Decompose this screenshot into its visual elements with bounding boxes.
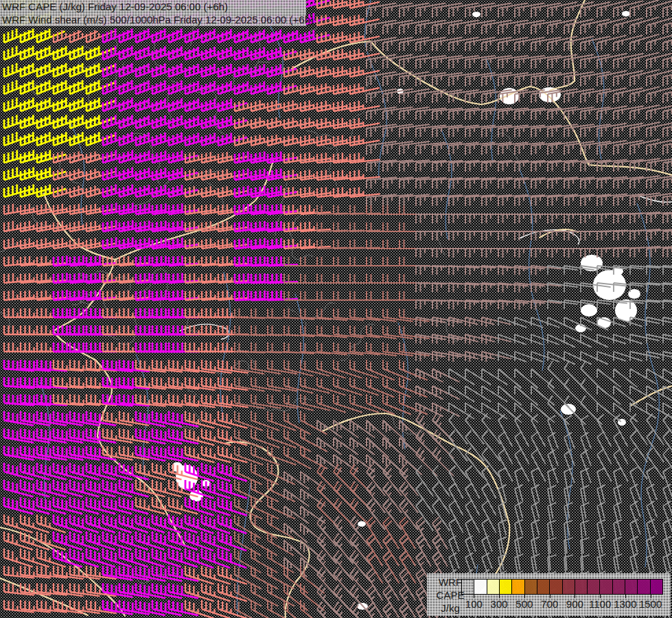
wind-barb — [317, 205, 347, 214]
wind-barb — [367, 394, 395, 415]
wind-barb — [399, 257, 430, 266]
wind-barb — [317, 360, 346, 378]
wind-barb — [317, 222, 347, 231]
wind-barb — [317, 291, 347, 300]
legend-color-cell — [512, 580, 524, 594]
wind-barb — [350, 170, 380, 180]
wind-barb — [531, 468, 540, 501]
wind-barb — [482, 536, 492, 569]
wind-barb — [597, 352, 626, 361]
wind-barb — [383, 240, 413, 249]
wind-barb — [301, 257, 331, 266]
contour-squiggle — [287, 306, 306, 326]
wind-barb — [515, 334, 543, 345]
wind-barb — [482, 369, 507, 385]
wind-barb — [515, 352, 543, 362]
legend-color-cell — [600, 580, 612, 594]
wind-barb — [301, 205, 331, 214]
wind-barb — [235, 428, 263, 448]
legend-color-cell — [651, 580, 662, 594]
weather-map-canvas — [0, 0, 672, 618]
wind-barb — [268, 325, 298, 336]
wind-barb — [399, 274, 430, 283]
wind-barb — [334, 205, 364, 214]
cape-legend: WRF CAPE J/kg 10030050070090011001300150… — [427, 573, 671, 616]
wind-barb — [383, 482, 402, 513]
wind-barb — [597, 334, 626, 344]
wind-barb — [383, 291, 413, 300]
wind-barb — [367, 257, 397, 266]
wind-barb — [350, 205, 380, 214]
wind-barb — [317, 257, 347, 266]
wind-barb — [449, 403, 474, 419]
legend-color-cell — [537, 580, 550, 594]
wind-barb — [334, 551, 353, 581]
wind-barb — [317, 516, 336, 547]
wind-barb — [301, 222, 331, 231]
legend-color-cell — [487, 580, 500, 594]
wind-barb — [350, 187, 380, 197]
legend-color-cell — [462, 580, 474, 594]
wind-barb — [482, 334, 511, 345]
legend-color-cell — [474, 580, 487, 594]
wind-barb — [284, 291, 314, 300]
wind-barb — [548, 433, 558, 466]
contour-squiggle — [290, 214, 313, 260]
wind-barb — [498, 448, 513, 481]
wind-barb — [235, 446, 263, 465]
wind-barb — [218, 343, 248, 352]
cape-white-patch — [472, 12, 480, 17]
wind-barb — [383, 308, 413, 321]
wind-barb — [399, 222, 430, 231]
wind-barb — [630, 266, 660, 275]
wind-barb — [251, 325, 281, 336]
wind-barb — [383, 325, 413, 339]
wind-barb — [548, 415, 558, 448]
legend-color-cell — [550, 580, 562, 594]
legend-color-cell — [500, 580, 512, 594]
wind-barb — [383, 499, 402, 530]
wind-barb — [465, 369, 491, 385]
wind-barb — [86, 30, 115, 43]
wind-barb — [284, 257, 314, 266]
wind-barb — [367, 205, 397, 214]
wind-barb — [399, 499, 418, 530]
wind-barb — [449, 536, 459, 569]
wind-barb — [432, 447, 454, 476]
wind-barb — [350, 240, 380, 249]
wind-barb — [334, 516, 353, 547]
wind-barb — [663, 484, 672, 517]
wind-barb — [630, 369, 656, 384]
wind-barb — [564, 433, 575, 466]
wind-barb — [301, 291, 331, 300]
legend-tick-label: 1500 — [636, 598, 666, 610]
wind-barb — [367, 360, 395, 380]
wind-barb — [498, 485, 507, 518]
wind-barb — [630, 484, 640, 517]
wind-barb — [317, 274, 347, 283]
wind-barb — [317, 240, 347, 249]
wind-barb — [334, 291, 364, 300]
wind-barb — [235, 463, 262, 485]
wind-barb — [218, 325, 248, 334]
wind-barb — [465, 413, 484, 444]
wind-barb — [482, 413, 500, 444]
wind-barb — [268, 290, 298, 300]
wind-barb — [465, 536, 476, 569]
wind-barb — [663, 369, 672, 384]
wind-barb — [515, 468, 523, 501]
wind-barb — [515, 485, 523, 518]
wind-barb — [350, 222, 380, 231]
wind-barb — [548, 317, 575, 330]
wind-barb — [350, 516, 369, 547]
wind-barb — [218, 308, 248, 317]
wind-barb — [482, 352, 511, 362]
map-title-cape: WRF CAPE (J/kg) Friday 12-09-2025 06:00 … — [2, 1, 306, 14]
legend-color-cell — [638, 580, 650, 594]
wind-barb — [482, 386, 507, 402]
wind-barb — [531, 334, 559, 345]
wind-barb — [399, 482, 418, 513]
wind-barb — [416, 386, 443, 399]
wind-barb — [383, 274, 413, 283]
wind-barb — [317, 377, 346, 396]
